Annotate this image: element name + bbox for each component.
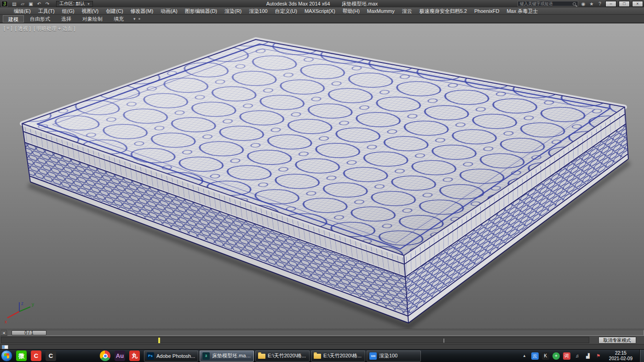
close-button[interactable]: × bbox=[632, 1, 643, 7]
menu-item-group[interactable]: 组(G) bbox=[58, 7, 78, 15]
menu-item-modifiers[interactable]: 修改器(M) bbox=[127, 7, 157, 15]
track-bar[interactable] bbox=[0, 336, 590, 344]
taskbar-button-label: E:\天竹2020\格... bbox=[268, 352, 306, 359]
new-scene-icon[interactable]: ▤ bbox=[10, 1, 18, 6]
render100-icon: 100 bbox=[369, 352, 377, 360]
ribbon-handle-icon[interactable] bbox=[138, 18, 140, 20]
viewport-pov-menu[interactable]: [ 透视 ] bbox=[15, 25, 31, 32]
taskbar: 微 C C Au 丸 Ps Adobe Photosh... 3 床垫模型坯.m… bbox=[0, 349, 644, 362]
menu-item-animation[interactable]: 动画(A) bbox=[157, 7, 181, 15]
time-slider-thumb[interactable]: 0 / 1 bbox=[12, 330, 46, 335]
ribbon-tab-bar: 建模 自由形式 选择 对象绘制 填充 ▾ bbox=[0, 15, 644, 23]
taskbar-button-render100[interactable]: 100 渲染100 bbox=[367, 351, 421, 362]
taskbar-button-explorer-1[interactable]: E:\天竹2020\格... bbox=[255, 351, 310, 362]
tab-modeling[interactable]: 建模 bbox=[3, 15, 24, 23]
taskbar-button-photoshop[interactable]: Ps Adobe Photosh... bbox=[144, 351, 198, 362]
app-title-text: Autodesk 3ds Max 2014 x64 bbox=[266, 1, 330, 6]
tab-populate[interactable]: 填充 bbox=[109, 15, 129, 23]
tab-object-paint[interactable]: 对象绘制 bbox=[77, 15, 108, 23]
photoshop-icon: Ps bbox=[147, 352, 154, 360]
expert-mode-area: 取消专家模式 bbox=[590, 336, 644, 344]
show-desktop-button[interactable] bbox=[639, 350, 644, 362]
maximize-button[interactable]: □ bbox=[619, 1, 630, 7]
track-frame-tick bbox=[443, 339, 444, 343]
mini-dialog-icon[interactable] bbox=[2, 345, 8, 349]
folder-icon bbox=[258, 354, 265, 359]
quicklaunch-audition-icon[interactable]: Au bbox=[115, 351, 125, 361]
menu-item-max-antivirus[interactable]: Max 杀毒卫士 bbox=[503, 7, 541, 15]
redo-icon[interactable]: ↷ bbox=[43, 1, 52, 6]
tab-freeform[interactable]: 自由形式 bbox=[25, 15, 55, 23]
track-bar-row: 取消专家模式 bbox=[0, 336, 644, 344]
quicklaunch-wechat-icon[interactable]: 微 bbox=[16, 351, 27, 361]
workspace-dropdown[interactable]: 工作区: 默认 ▾ bbox=[56, 1, 93, 7]
cancel-expert-mode-button[interactable]: 取消专家模式 bbox=[598, 337, 636, 344]
minimize-button[interactable]: – bbox=[605, 1, 616, 7]
menu-item-customize[interactable]: 自定义(U) bbox=[271, 7, 301, 15]
quicklaunch-c-red-icon[interactable]: C bbox=[31, 351, 41, 361]
tab-selection[interactable]: 选择 bbox=[56, 15, 76, 23]
track-bar-track[interactable] bbox=[1, 337, 589, 343]
save-file-icon[interactable]: ▣ bbox=[27, 1, 35, 6]
open-file-icon[interactable]: ▱ bbox=[18, 1, 27, 6]
tray-flag-icon[interactable]: ⚑ bbox=[595, 352, 602, 360]
tray-network-icon[interactable]: ▟ bbox=[584, 352, 592, 360]
3dsmax-icon: 3 bbox=[202, 352, 210, 360]
search-input[interactable]: 键入关键字或短语 bbox=[518, 1, 578, 6]
folder-icon bbox=[314, 354, 321, 359]
menu-item-xuanyun[interactable]: 渲云 bbox=[398, 7, 416, 15]
clock-date: 2021-02-09 bbox=[609, 356, 632, 362]
workspace-label: 工作区: 默认 bbox=[59, 0, 85, 7]
favorites-icon[interactable]: ★ bbox=[588, 1, 595, 6]
search-icon[interactable] bbox=[573, 2, 576, 6]
track-key-marker[interactable] bbox=[158, 338, 160, 343]
menu-item-help[interactable]: 帮助(H) bbox=[339, 7, 363, 15]
menu-item-edit[interactable]: 编辑(E) bbox=[10, 7, 34, 15]
menu-item-phoenixfd[interactable]: PhoenixFD bbox=[471, 7, 503, 15]
help-icon[interactable]: ? bbox=[597, 1, 603, 6]
start-button[interactable] bbox=[1, 350, 12, 362]
viewport-general-menu[interactable]: [ + ] bbox=[4, 25, 12, 32]
time-slider-track[interactable]: 0 / 1 bbox=[7, 330, 644, 336]
taskbar-button-explorer-2[interactable]: E:\天竹2020\格... bbox=[311, 351, 365, 362]
menu-item-maxmummy[interactable]: MaxMummy bbox=[363, 7, 398, 15]
taskbar-button-label: Adobe Photosh... bbox=[156, 353, 195, 359]
tray-k-icon[interactable]: K bbox=[542, 352, 549, 360]
quicklaunch-chrome-icon[interactable] bbox=[100, 351, 110, 361]
taskbar-clock[interactable]: 22:15 2021-02-09 bbox=[609, 351, 632, 362]
system-tray: ▲ 云 K + 词 ♫ ▟ ⚑ 22:15 2021-02-09 bbox=[521, 350, 644, 362]
quicklaunch-c-dark-icon[interactable]: C bbox=[46, 351, 56, 361]
tray-volume-icon[interactable]: ♫ bbox=[574, 352, 581, 360]
quicklaunch-wan-icon[interactable]: 丸 bbox=[129, 351, 140, 361]
viewport-label: [ + ] [ 透视 ] [ 明暗处理 + 边面 ] bbox=[4, 25, 75, 32]
svg-text:y: y bbox=[32, 302, 34, 307]
menu-item-render100[interactable]: 渲染100 bbox=[245, 7, 271, 15]
undo-icon[interactable]: ↶ bbox=[35, 1, 43, 6]
chevron-down-icon: ▾ bbox=[88, 2, 90, 6]
tray-shield-icon[interactable]: + bbox=[552, 352, 560, 360]
menu-item-rendering[interactable]: 渲染(R) bbox=[221, 7, 245, 15]
svg-text:x: x bbox=[5, 319, 7, 324]
menu-item-slim-archive[interactable]: 极速瘦身安全归档5.2 bbox=[416, 7, 471, 15]
menu-item-create[interactable]: 创建(C) bbox=[102, 7, 126, 15]
viewport[interactable]: [ + ] [ 透视 ] [ 明暗处理 + 边面 ] x y z bbox=[0, 23, 644, 329]
tray-dict-icon[interactable]: 词 bbox=[563, 352, 570, 360]
chrome-core-icon bbox=[103, 354, 108, 358]
menu-item-views[interactable]: 视图(V) bbox=[78, 7, 103, 15]
menu-item-graph-editors[interactable]: 图形编辑器(D) bbox=[181, 7, 221, 15]
menu-item-tools[interactable]: 工具(T) bbox=[34, 7, 58, 15]
menu-item-maxscript[interactable]: MAXScript(X) bbox=[301, 7, 339, 15]
sign-in-icon[interactable]: ◉ bbox=[580, 1, 586, 6]
tray-cloud-icon[interactable]: 云 bbox=[531, 352, 539, 360]
viewport-shading-menu[interactable]: [ 明暗处理 + 边面 ] bbox=[34, 25, 75, 32]
mattress-model[interactable] bbox=[0, 23, 644, 329]
ribbon-collapse-icon[interactable]: ▾ bbox=[133, 17, 136, 21]
tray-expand-icon[interactable]: ▲ bbox=[521, 352, 528, 360]
quick-access-toolbar: ▤ ▱ ▣ ↶ ↷ bbox=[10, 1, 52, 6]
time-slider-row: ◄ 0 / 1 bbox=[0, 329, 644, 336]
taskbar-button-3dsmax[interactable]: 3 床垫模型坯.max ... bbox=[200, 351, 254, 362]
windows-logo-icon bbox=[4, 353, 9, 358]
time-slider-left-arrow[interactable]: ◄ bbox=[0, 330, 7, 336]
max-logo-icon[interactable]: 3 bbox=[1, 1, 8, 7]
taskbar-button-label: E:\天竹2020\格... bbox=[323, 352, 362, 359]
